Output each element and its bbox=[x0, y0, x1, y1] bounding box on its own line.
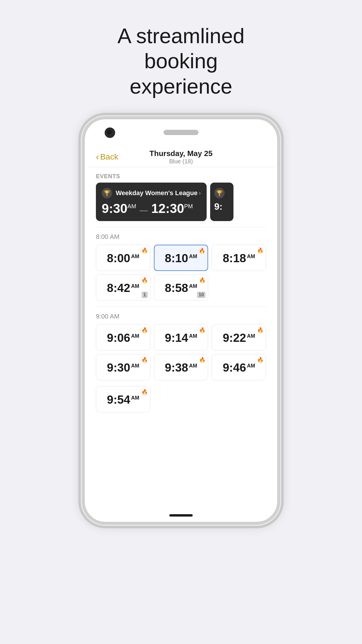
back-button[interactable]: ‹ Back bbox=[96, 151, 118, 162]
event-start-time-2: 9: bbox=[214, 201, 229, 212]
time-slot-922[interactable]: 🔥 9:22AM bbox=[212, 324, 266, 351]
badge-858: 10 bbox=[197, 292, 206, 298]
time-slot-842[interactable]: 🔥 8:42AM 1 bbox=[96, 274, 150, 301]
flame-icon-842: 🔥 bbox=[141, 277, 148, 284]
event-dash-1: — bbox=[140, 206, 148, 215]
app-header: ‹ Back Thursday, May 25 Blue (18) bbox=[88, 146, 274, 167]
time-slot-930[interactable]: 🔥 9:30AM bbox=[96, 354, 150, 380]
badge-842: 1 bbox=[142, 292, 148, 298]
time-slot-810-time: 8:10AM bbox=[165, 252, 197, 265]
header-center: Thursday, May 25 Blue (18) bbox=[150, 149, 212, 165]
flame-icon-954: 🔥 bbox=[141, 389, 148, 395]
phone-side-button-left bbox=[82, 178, 84, 195]
time-section-8am: 8:00 AM 🔥 8:00AM 🔥 8:10AM bbox=[88, 227, 274, 301]
event-end-time-1: 12:30PM bbox=[151, 201, 193, 216]
events-section-label: EVENTS bbox=[88, 167, 274, 183]
time-section-9am: 9:00 AM 🔥 9:06AM 🔥 9:14AM bbox=[88, 307, 274, 412]
flame-icon-818: 🔥 bbox=[257, 247, 263, 254]
time-slot-858[interactable]: 🔥 8:58AM 10 bbox=[154, 274, 208, 301]
event-card-1-times: 9:30AM — 12:30PM bbox=[102, 201, 201, 216]
flame-icon-930: 🔥 bbox=[141, 357, 148, 363]
time-slot-906[interactable]: 🔥 9:06AM bbox=[96, 324, 150, 351]
event-card-1[interactable]: 🏆 Weekday Women's League › 9:30AM — 12:3… bbox=[96, 183, 207, 221]
time-section-8am-header: 8:00 AM bbox=[96, 233, 266, 241]
flame-icon-946: 🔥 bbox=[257, 357, 263, 363]
time-slots-grid-9am: 🔥 9:06AM 🔥 9:14AM 🔥 bbox=[96, 324, 266, 380]
time-slot-842-time: 8:42AM bbox=[107, 281, 139, 295]
time-slot-914[interactable]: 🔥 9:14AM bbox=[154, 324, 208, 351]
time-slot-914-time: 9:14AM bbox=[165, 331, 197, 344]
back-chevron-icon: ‹ bbox=[96, 151, 99, 162]
time-slot-810[interactable]: 🔥 8:10AM bbox=[154, 245, 208, 271]
events-carousel: 🏆 Weekday Women's League › 9:30AM — 12:3… bbox=[88, 183, 274, 221]
event-card-1-title-row: 🏆 Weekday Women's League bbox=[102, 188, 198, 198]
event-card-1-header: 🏆 Weekday Women's League › bbox=[102, 188, 201, 198]
time-slot-922-time: 9:22AM bbox=[223, 331, 255, 344]
back-label: Back bbox=[100, 152, 118, 162]
flame-icon-858: 🔥 bbox=[199, 277, 205, 284]
time-slot-954[interactable]: 🔥 9:54AM bbox=[96, 386, 150, 412]
flame-icon-906: 🔥 bbox=[141, 327, 148, 333]
phone-side-button-right bbox=[278, 172, 280, 195]
phone-home-indicator bbox=[169, 514, 193, 517]
phone-camera bbox=[105, 127, 115, 138]
time-slot-930-time: 9:30AM bbox=[107, 361, 139, 374]
time-slot-906-time: 9:06AM bbox=[107, 331, 139, 344]
phone-speaker bbox=[164, 130, 198, 135]
flame-icon-800: 🔥 bbox=[141, 247, 148, 254]
time-slots-grid-9am-row2: 🔥 9:54AM bbox=[96, 386, 266, 412]
flame-icon-938: 🔥 bbox=[199, 357, 205, 363]
app-content: ‹ Back Thursday, May 25 Blue (18) EVENTS… bbox=[88, 146, 274, 510]
time-slot-818-time: 8:18AM bbox=[223, 252, 255, 265]
time-slot-858-time: 8:58AM bbox=[165, 281, 197, 295]
time-slot-946[interactable]: 🔥 9:46AM bbox=[212, 354, 266, 380]
header-date: Thursday, May 25 bbox=[150, 149, 212, 158]
flame-icon-922: 🔥 bbox=[257, 327, 263, 333]
time-slot-954-time: 9:54AM bbox=[107, 393, 139, 406]
time-slots-grid-8am: 🔥 8:00AM 🔥 8:10AM 🔥 bbox=[96, 245, 266, 301]
page-title: A streamlined booking experience bbox=[79, 23, 283, 99]
time-slot-938[interactable]: 🔥 9:38AM bbox=[154, 354, 208, 380]
trophy-icon-2: 🏆 bbox=[214, 188, 225, 198]
time-slot-818[interactable]: 🔥 8:18AM bbox=[212, 245, 266, 271]
time-slot-946-time: 9:46AM bbox=[223, 361, 255, 374]
event-start-time-1: 9:30AM bbox=[102, 201, 136, 216]
event-card-2[interactable]: 🏆 9: bbox=[210, 183, 233, 221]
flame-icon-810: 🔥 bbox=[199, 248, 205, 254]
time-slot-800[interactable]: 🔥 8:00AM bbox=[96, 245, 150, 271]
time-section-9am-header: 9:00 AM bbox=[96, 313, 266, 320]
header-subtitle: Blue (18) bbox=[150, 158, 212, 165]
time-slot-800-time: 8:00AM bbox=[107, 252, 139, 265]
trophy-icon-1: 🏆 bbox=[102, 188, 112, 198]
event-card-1-name: Weekday Women's League bbox=[116, 189, 198, 197]
chevron-right-icon-1: › bbox=[199, 189, 201, 197]
time-slot-938-time: 9:38AM bbox=[165, 361, 197, 374]
phone-frame: ‹ Back Thursday, May 25 Blue (18) EVENTS… bbox=[82, 116, 280, 525]
flame-icon-914: 🔥 bbox=[199, 327, 205, 333]
phone-screen: ‹ Back Thursday, May 25 Blue (18) EVENTS… bbox=[88, 146, 274, 510]
